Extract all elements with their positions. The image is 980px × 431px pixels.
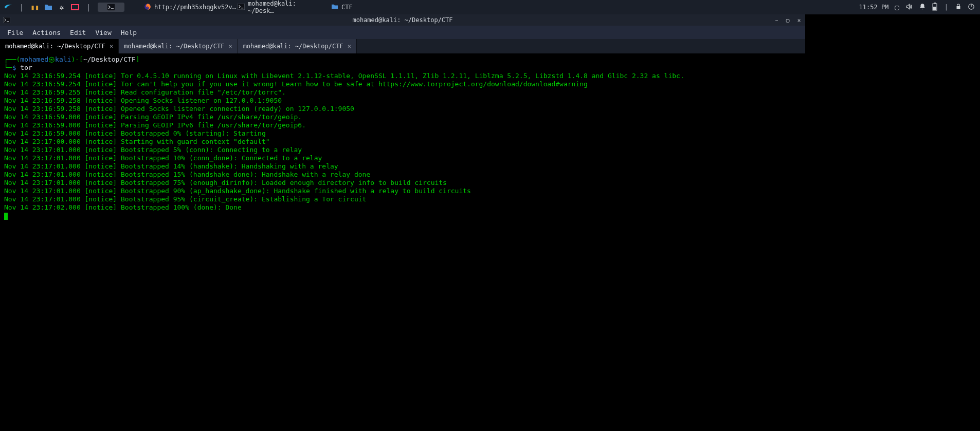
- terminal-output: Nov 14 23:16:59.254 [notice] Tor 0.4.5.1…: [4, 72, 801, 212]
- workspace-switcher-icon[interactable]: ▢: [895, 3, 899, 11]
- menu-view[interactable]: View: [91, 27, 115, 38]
- command: tor: [20, 64, 32, 71]
- settings-icon[interactable]: ✲: [56, 1, 68, 13]
- volume-icon[interactable]: [905, 3, 913, 12]
- svg-rect-9: [3, 17, 10, 23]
- task-terminal[interactable]: mohamed@kali: ~/Desk…: [233, 0, 326, 16]
- terminal-tabbar: mohamed@kali: ~/Desktop/CTF × mohamed@ka…: [0, 39, 805, 53]
- task-label: http://pmh35xhqgkv52v…: [154, 4, 236, 11]
- prompt-line: ┌──(mohamed㉿kali)-[~/Desktop/CTF]: [4, 55, 801, 64]
- tab-close-icon[interactable]: ×: [228, 43, 232, 50]
- tab-label: mohamed@kali: ~/Desktop/CTF: [243, 43, 343, 50]
- prompt-cwd: ~/Desktop/CTF: [83, 55, 136, 63]
- close-button[interactable]: ✕: [794, 15, 804, 25]
- tab-label: mohamed@kali: ~/Desktop/CTF: [124, 43, 224, 50]
- tab-close-icon[interactable]: ×: [110, 43, 113, 50]
- menu-actions[interactable]: Actions: [28, 27, 65, 38]
- panel-separator: |: [15, 1, 28, 13]
- window-icon: [2, 15, 11, 25]
- prompt-line: └─$ tor: [4, 64, 801, 72]
- cursor: [4, 213, 8, 220]
- window-controls: － ▢ ✕: [771, 15, 804, 25]
- window-title: mohamed@kali: ~/Desktop/CTF: [352, 16, 452, 24]
- prompt-host: kali: [55, 55, 71, 63]
- panel-launchers: | ▮▮ ✲ |: [2, 1, 124, 13]
- menu-help[interactable]: Help: [117, 27, 141, 38]
- menubar: File Actions Edit View Help: [0, 26, 805, 39]
- titlebar[interactable]: mohamed@kali: ~/Desktop/CTF － ▢ ✕: [0, 14, 805, 26]
- tab-label: mohamed@kali: ~/Desktop/CTF: [5, 43, 105, 50]
- svg-rect-4: [238, 4, 245, 10]
- menu-file[interactable]: File: [3, 27, 27, 38]
- systray: 11:52 PM ▢ |: [859, 3, 978, 12]
- svg-rect-2: [107, 4, 115, 11]
- task-label: mohamed@kali: ~/Desk…: [248, 0, 322, 14]
- terminal-tab[interactable]: mohamed@kali: ~/Desktop/CTF ×: [0, 39, 119, 53]
- kali-menu-icon[interactable]: [2, 1, 14, 13]
- svg-rect-1: [72, 5, 78, 9]
- minimize-button[interactable]: －: [771, 15, 782, 25]
- terminal-tab[interactable]: mohamed@kali: ~/Desktop/CTF ×: [119, 39, 238, 53]
- top-panel: | ▮▮ ✲ | http://pmh35xhqgkv52v… mohamed@…: [0, 0, 980, 14]
- terminal-tab[interactable]: mohamed@kali: ~/Desktop/CTF ×: [238, 39, 357, 53]
- terminal-icon: [238, 4, 245, 11]
- taskbar: http://pmh35xhqgkv52v… mohamed@kali: ~/D…: [140, 0, 357, 16]
- svg-rect-7: [933, 7, 936, 10]
- task-folder[interactable]: CTF: [327, 2, 357, 13]
- firefox-icon: [144, 3, 151, 12]
- clock[interactable]: 11:52 PM: [859, 4, 889, 11]
- panel-separator: |: [82, 1, 95, 13]
- terminal-window: mohamed@kali: ~/Desktop/CTF － ▢ ✕ File A…: [0, 14, 805, 364]
- menu-edit[interactable]: Edit: [66, 27, 90, 38]
- lock-icon[interactable]: [955, 3, 961, 12]
- tab-close-icon[interactable]: ×: [348, 43, 351, 50]
- task-firefox[interactable]: http://pmh35xhqgkv52v…: [140, 2, 232, 13]
- power-icon[interactable]: [968, 3, 975, 12]
- directory-icon[interactable]: ▮▮: [29, 1, 41, 13]
- maximize-button[interactable]: ▢: [783, 15, 793, 25]
- prompt-user: mohamed: [20, 55, 48, 63]
- task-label: CTF: [341, 4, 353, 11]
- battery-icon[interactable]: [932, 3, 937, 12]
- terminal-body[interactable]: ┌──(mohamed㉿kali)-[~/Desktop/CTF]└─$ tor…: [0, 53, 805, 224]
- show-desktop-icon[interactable]: [69, 1, 81, 13]
- folder-icon: [331, 4, 338, 11]
- svg-rect-6: [934, 3, 936, 4]
- tray-separator: |: [945, 4, 948, 11]
- file-manager-icon[interactable]: [42, 1, 55, 13]
- terminal-launcher[interactable]: [98, 3, 124, 12]
- notifications-icon[interactable]: [919, 3, 926, 12]
